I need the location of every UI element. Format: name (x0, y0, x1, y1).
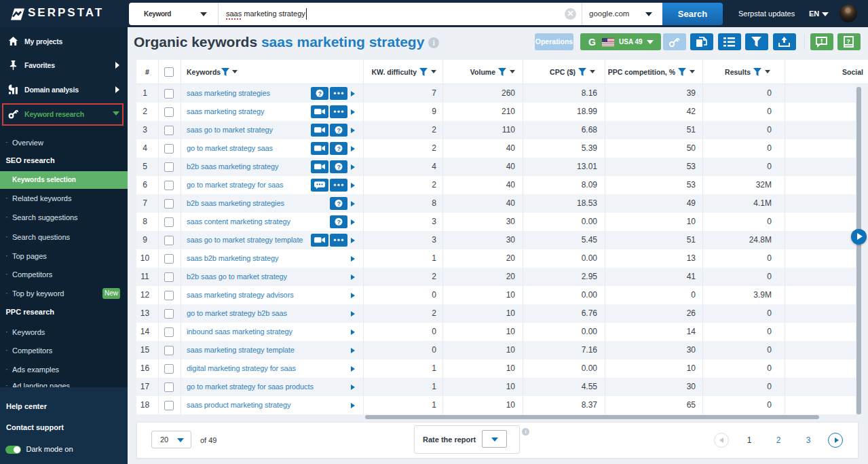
svg-text:?: ? (337, 219, 341, 226)
svg-text:?: ? (337, 145, 341, 152)
svg-text:?: ? (337, 200, 341, 207)
svg-text:?: ? (846, 37, 850, 44)
svg-text:?: ? (337, 164, 341, 171)
svg-text:?: ? (318, 90, 322, 97)
svg-text:?: ? (337, 127, 341, 134)
